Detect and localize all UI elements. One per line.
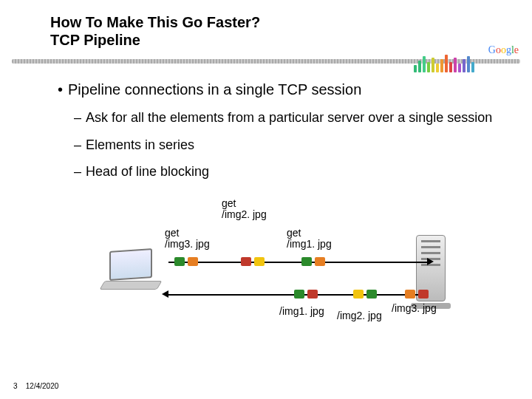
packet-green	[366, 290, 377, 299]
pipeline-diagram: get /img3. jpg get /img2. jpg get /img1.…	[50, 191, 502, 327]
spectrum-graphic	[414, 53, 474, 72]
packet-orange	[405, 290, 415, 299]
packet-red	[307, 290, 318, 299]
page-number: 3	[13, 382, 24, 390]
packet-green	[174, 257, 185, 266]
packet-orange	[315, 257, 325, 266]
sub-bullet-1: Ask for all the elements from a particul…	[74, 109, 502, 126]
packet-red	[418, 290, 429, 299]
request-line	[168, 262, 427, 263]
sub-bullet-2: Elements in series	[74, 137, 502, 154]
label-resp-img2: /img2. jpg	[337, 310, 382, 321]
sub-bullet-list: Ask for all the elements from a particul…	[74, 109, 502, 180]
packet-green	[301, 257, 312, 266]
label-get-img1: get /img1. jpg	[287, 228, 332, 250]
label-resp-img1: /img1. jpg	[279, 306, 324, 317]
footer-date: 12/4/2020	[26, 382, 59, 390]
packet-yellow	[254, 257, 265, 266]
label-get-img2: get /img2. jpg	[222, 198, 267, 221]
bullet-main: Pipeline connections in a single TCP ses…	[58, 80, 502, 99]
content-area: Pipeline connections in a single TCP ses…	[0, 69, 532, 327]
divider	[12, 53, 520, 69]
slide: { "title_line1": "How To Make This Go Fa…	[0, 0, 532, 399]
label-resp-img3: /img3. jpg	[392, 303, 437, 314]
title-line-2: TCP Pipeline	[50, 31, 532, 49]
slide-title: How To Make This Go Faster? TCP Pipeline	[0, 0, 532, 53]
packet-green	[294, 290, 304, 299]
google-logo: Google	[488, 44, 519, 56]
sub-bullet-3: Head of line blocking	[74, 163, 502, 180]
response-arrowhead	[162, 290, 168, 298]
label-get-img3: get /img3. jpg	[165, 228, 210, 250]
packet-yellow	[353, 290, 364, 299]
packet-red	[241, 257, 251, 266]
packet-orange	[188, 257, 198, 266]
laptop-icon	[109, 250, 160, 290]
slide-footer: 3 12/4/2020	[13, 382, 58, 390]
request-arrowhead	[427, 258, 434, 265]
title-line-1: How To Make This Go Faster?	[50, 13, 532, 31]
